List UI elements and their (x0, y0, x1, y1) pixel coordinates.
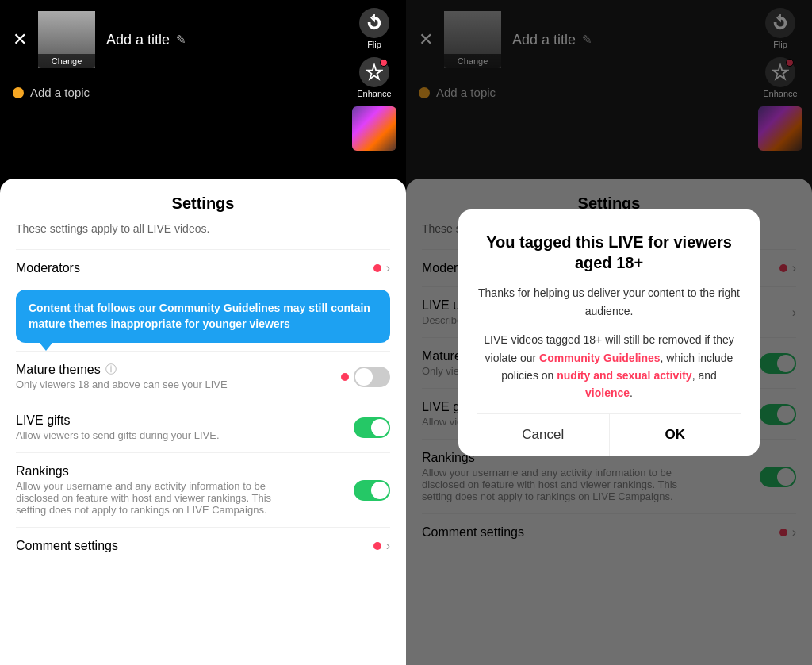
add-topic-text-left[interactable]: Add a topic (30, 86, 90, 99)
modal-end: . (630, 386, 633, 399)
community-guidelines-link[interactable]: Community Guidelines (539, 352, 660, 364)
tooltip-bubble: Content that follows our Community Guide… (16, 290, 390, 343)
gifts-sub: Allow viewers to send gifts during your … (16, 429, 220, 441)
violence-link[interactable]: violence (585, 386, 630, 399)
setting-row-moderators[interactable]: Moderators › (16, 249, 390, 286)
modal-actions: Cancel OK (477, 413, 741, 456)
enhance-notif-dot (380, 59, 388, 67)
mature-red-dot (341, 373, 349, 381)
modal-box: You tagged this LIVE for viewers aged 18… (458, 209, 760, 455)
red-dot (373, 264, 381, 272)
setting-row-gifts: LIVE gifts Allow viewers to send gifts d… (16, 402, 390, 452)
setting-label-gifts: LIVE gifts Allow viewers to send gifts d… (16, 413, 220, 441)
modal-para1: Thanks for helping us deliver your conte… (478, 286, 740, 317)
rankings-toggle[interactable] (354, 480, 390, 501)
setting-label-rankings: Rankings Allow your username and any act… (16, 464, 285, 516)
modal-para2-suffix: , and (692, 369, 717, 382)
modal-body-1: Thanks for helping us deliver your conte… (477, 284, 741, 320)
add-title-text[interactable]: Add a title (106, 32, 170, 48)
setting-row-rankings: Rankings Allow your username and any act… (16, 452, 390, 527)
comments-label: Comment settings (16, 539, 118, 553)
ok-button[interactable]: OK (609, 414, 741, 456)
modal-title: You tagged this LIVE for viewers aged 18… (477, 232, 741, 273)
right-panel: ✕ Change Add a title ✎ Flip Enhance (406, 0, 812, 665)
enhance-label: Enhance (357, 89, 391, 98)
setting-row-mature: Mature themes ⓘ Only viewers 18 and abov… (16, 351, 390, 402)
setting-label: Moderators (16, 261, 80, 275)
enhance-icon (359, 57, 389, 87)
setting-label-mature: Mature themes ⓘ Only viewers 18 and abov… (16, 363, 228, 390)
preview-thumbnail-left[interactable] (352, 106, 396, 151)
info-icon[interactable]: ⓘ (105, 363, 117, 377)
mature-label: Mature themes (16, 363, 101, 377)
gifts-label: LIVE gifts (16, 413, 220, 428)
nudity-link[interactable]: nudity and sexual activity (557, 369, 691, 382)
left-side-icons: Flip Enhance (352, 8, 396, 151)
left-settings-card: Settings These settings apply to all LIV… (0, 179, 406, 665)
comments-row-right: › (373, 539, 390, 553)
settings-title-left: Settings (16, 194, 390, 213)
rankings-sub: Allow your username and any activity inf… (16, 480, 285, 516)
rankings-label: Rankings (16, 464, 285, 479)
topic-dot-left (13, 87, 24, 98)
left-topic-row[interactable]: Add a topic (0, 79, 406, 106)
edit-icon[interactable]: ✎ (176, 33, 186, 47)
setting-row-comments[interactable]: Comment settings › (16, 527, 390, 564)
modal-overlay: You tagged this LIVE for viewers aged 18… (406, 0, 812, 665)
comments-red-dot (373, 542, 381, 550)
row-right: › (373, 261, 390, 275)
change-label[interactable]: Change (38, 54, 95, 68)
flip-button[interactable]: Flip (359, 8, 389, 49)
mature-sub: Only viewers 18 and above can see your L… (16, 379, 228, 390)
flip-label: Flip (367, 40, 381, 49)
enhance-button[interactable]: Enhance (357, 57, 391, 98)
title-area: Add a title ✎ (106, 32, 186, 48)
flip-icon (359, 8, 389, 38)
cancel-button[interactable]: Cancel (477, 414, 609, 456)
settings-desc-left: These settings apply to all LIVE videos. (16, 222, 390, 235)
left-panel: ✕ Change Add a title ✎ Flip Enhance (0, 0, 406, 665)
modal-body-2: LIVE videos tagged 18+ will still be rem… (477, 331, 741, 402)
gifts-toggle[interactable] (354, 417, 390, 438)
thumbnail-box[interactable]: Change (38, 11, 95, 68)
chevron-icon: › (386, 261, 390, 275)
preview-image-left (352, 106, 396, 151)
mature-toggle-right (341, 367, 390, 387)
left-top-bar: ✕ Change Add a title ✎ (0, 0, 406, 79)
moderators-label: Moderators (16, 261, 80, 275)
comments-chevron: › (386, 539, 390, 553)
close-button[interactable]: ✕ (13, 31, 27, 48)
mature-toggle[interactable] (354, 367, 390, 387)
